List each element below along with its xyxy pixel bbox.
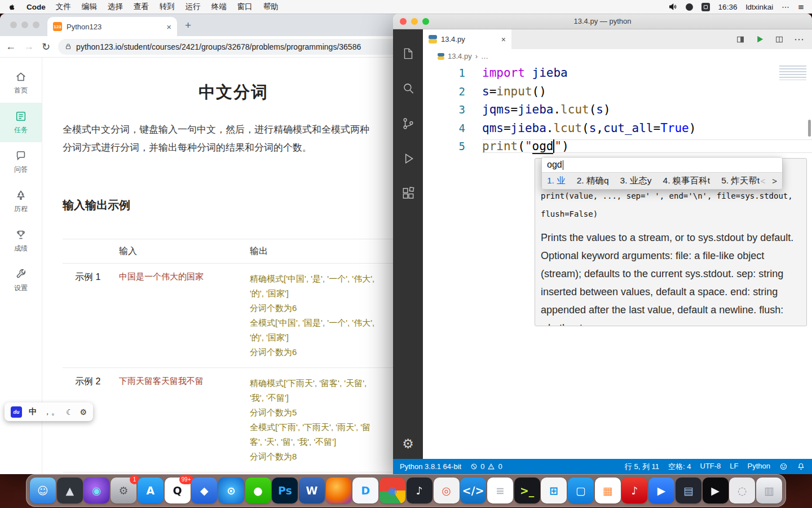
address-bar[interactable]: python123.io/student/courses/2421/groups… <box>58 39 423 55</box>
dock-qq[interactable]: Q 99+ <box>165 478 191 503</box>
dock-siri[interactable]: ◉ <box>83 478 109 503</box>
dock-finder[interactable]: ☺ <box>30 478 56 503</box>
dock-remote-desktop[interactable]: ▢ <box>568 478 594 503</box>
sidebar-item-qa[interactable]: 问答 <box>0 142 42 182</box>
search-icon[interactable] <box>393 71 423 106</box>
menu-item[interactable]: 查看 <box>134 2 149 12</box>
problems-button[interactable]: 0 0 <box>470 462 502 471</box>
ime-candidate[interactable]: 2. 精确q <box>577 175 609 187</box>
dock-photos-app[interactable]: ◎ <box>434 478 460 503</box>
settings-gear-icon[interactable]: ⚙ <box>402 436 414 451</box>
menu-item[interactable]: 帮助 <box>263 2 279 12</box>
menu-item[interactable]: 编辑 <box>82 2 97 12</box>
dock-chrome[interactable]: ◉ <box>379 478 405 503</box>
breadcrumb-more[interactable]: … <box>481 52 488 60</box>
menu-item[interactable]: 转到 <box>160 2 175 12</box>
statusbar-item[interactable]: 行 5, 列 11 <box>625 462 659 472</box>
run-button[interactable] <box>755 34 765 44</box>
ime-candidate[interactable]: 4. 糗事百科t <box>663 175 710 187</box>
forward-button[interactable]: → <box>24 41 34 52</box>
dock-design-tool[interactable]: ◆ <box>191 478 217 503</box>
minimap[interactable] <box>779 65 806 80</box>
code-line[interactable]: 4 qms=jieba.lcut(s,cut_all=True) <box>423 119 812 138</box>
dock-meeting-app[interactable]: ▶ <box>648 478 674 503</box>
menubar-username[interactable]: ldtxinkai <box>745 3 773 11</box>
browser-tab-python123[interactable]: 123 Python123 × <box>47 17 177 36</box>
back-button[interactable]: ← <box>6 41 16 52</box>
menu-item[interactable]: 文件 <box>56 2 71 12</box>
dock-app-store[interactable]: A <box>138 478 164 503</box>
vscode-close-button[interactable] <box>400 18 407 25</box>
python-interpreter-button[interactable]: Python 3.8.1 64-bit <box>400 462 461 471</box>
editor-tab-13-4-py[interactable]: 13.4.py × <box>423 29 511 49</box>
sidebar-item-home[interactable]: 首页 <box>0 63 42 103</box>
notifications-bell-icon[interactable] <box>797 462 805 471</box>
dock-word[interactable]: W <box>299 478 325 503</box>
sidebar-item-history[interactable]: 历程 <box>0 182 42 221</box>
extensions-icon[interactable] <box>393 176 423 211</box>
ime-candidate[interactable]: 3. 业态y <box>620 175 652 187</box>
source-control-icon[interactable] <box>393 106 423 141</box>
ime-candidate[interactable]: 1. 业 <box>547 175 566 187</box>
toggle-layout-icon[interactable] <box>736 35 745 44</box>
ime-logo-icon[interactable]: du <box>11 406 22 418</box>
ime-mode-toggle[interactable]: 中 <box>29 407 37 417</box>
menubar-clock[interactable]: 16:36 <box>718 3 738 11</box>
menu-item[interactable]: 运行 <box>186 2 201 12</box>
ime-punctuation-toggle[interactable]: ，。 <box>43 407 59 417</box>
dock-wechat[interactable]: ● <box>245 478 271 503</box>
status-circle-icon[interactable] <box>686 3 693 11</box>
dock-music-app[interactable]: ♪ <box>407 478 433 503</box>
new-tab-button[interactable]: + <box>185 19 191 32</box>
tab-close-icon[interactable]: × <box>501 35 506 44</box>
dock-app-folder[interactable]: ▦ <box>595 478 621 503</box>
browser-close-button[interactable] <box>10 21 17 28</box>
explorer-icon[interactable] <box>393 36 423 71</box>
menu-item[interactable]: 终端 <box>211 2 227 12</box>
code-line[interactable]: 1 import jieba <box>423 64 812 82</box>
sidebar-item-settings[interactable]: 设置 <box>0 261 42 300</box>
more-actions-icon[interactable]: ⋯ <box>794 33 804 45</box>
refresh-button[interactable]: ↻ <box>42 41 50 53</box>
scrollbar-thumb[interactable] <box>808 120 811 137</box>
vscode-zoom-button[interactable] <box>422 18 429 25</box>
dock-photoshop[interactable]: Ps <box>272 478 298 503</box>
input-method-bar[interactable]: du 中 ，。 ☾ ⚙ <box>5 402 93 421</box>
vscode-minimize-button[interactable] <box>411 18 418 25</box>
breadcrumb[interactable]: 13.4.py › … <box>423 49 812 63</box>
dock-safari[interactable]: ⊙ <box>218 478 244 503</box>
ime-theme-icon[interactable]: ☾ <box>66 408 73 417</box>
notification-center-icon[interactable]: ≡ <box>798 2 804 11</box>
browser-minimize-button[interactable] <box>21 21 28 28</box>
ime-settings-icon[interactable]: ⚙ <box>80 408 87 417</box>
statusbar-item[interactable]: Python <box>748 462 770 472</box>
active-app-name[interactable]: Code <box>27 3 46 11</box>
code-line[interactable]: 3 jqms=jieba.lcut(s) <box>423 100 812 119</box>
statusbar-item[interactable]: 空格: 4 <box>668 462 691 472</box>
sidebar-item-tasks[interactable]: 任务 <box>0 103 42 142</box>
dock-misc-app[interactable]: ◌ <box>729 478 755 503</box>
apple-menu-icon[interactable] <box>8 3 16 11</box>
sidebar-item-grades[interactable]: 成绩 <box>0 221 42 261</box>
previous-page-icon[interactable]: < <box>760 176 765 186</box>
dock-launchpad[interactable]: ▲ <box>57 478 83 503</box>
code-line[interactable]: 5 print("ogd") <box>423 137 812 156</box>
dock-notes-app[interactable]: ≡ <box>487 478 513 503</box>
dock-vscode[interactable]: </> <box>460 478 486 503</box>
dock-dingtalk[interactable]: D <box>352 478 378 503</box>
menu-item[interactable]: 选择 <box>108 2 123 12</box>
dock-system-preferences[interactable]: ⚙ 1 <box>111 478 136 503</box>
ime-candidate[interactable]: 5. 炸天帮t <box>721 175 760 187</box>
dock-netease-music[interactable]: ♪ <box>621 478 647 503</box>
code-line[interactable]: 2 s=input() <box>423 82 812 101</box>
split-editor-icon[interactable] <box>775 35 784 44</box>
volume-icon[interactable] <box>668 2 677 11</box>
statusbar-item[interactable]: LF <box>730 462 738 472</box>
menu-item[interactable]: 窗口 <box>237 2 253 12</box>
dock-terminal-app[interactable]: >_ <box>514 478 540 503</box>
dock-keynote-app[interactable]: ▤ <box>676 478 701 503</box>
next-page-icon[interactable]: > <box>772 176 777 186</box>
dock-firefox[interactable] <box>326 478 352 503</box>
dock-parallels-windows[interactable]: ⊞ <box>541 478 567 503</box>
tab-close-icon[interactable]: × <box>166 22 171 32</box>
